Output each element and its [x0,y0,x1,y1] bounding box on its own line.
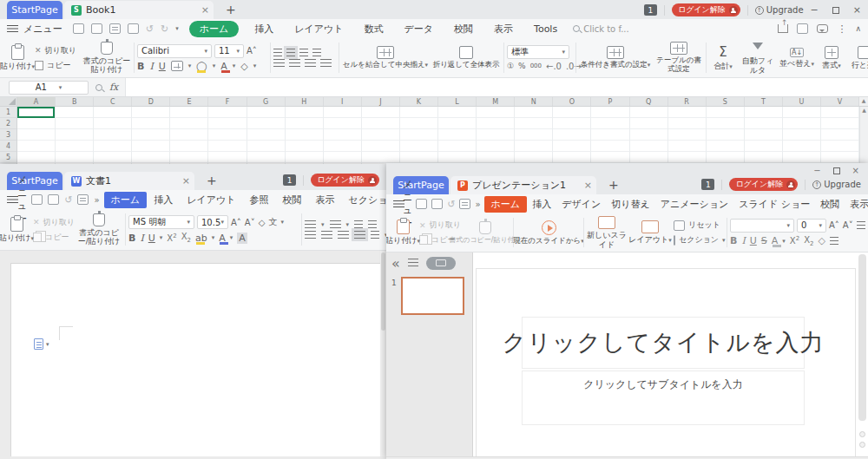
cut-button[interactable]: ✕切り取り [35,45,80,56]
ribbon-tab-section[interactable]: セクション [345,192,386,208]
number-list-icon[interactable] [330,220,341,228]
writer-scrollbar[interactable] [380,251,386,456]
column-header[interactable]: K [400,97,438,106]
tab-document1[interactable]: W 文書1 × [64,172,194,190]
wrap-text-button[interactable]: 折り返して全体表示 [431,41,501,75]
upgrade-button[interactable]: ↑ Upgrade [755,5,804,15]
page-tools-float[interactable]: ▾ [34,338,49,350]
column-header[interactable]: C [94,97,132,106]
justify-icon[interactable] [354,231,365,239]
font-color-button[interactable]: A [219,233,226,244]
column-header[interactable]: B [56,97,94,106]
share-icon[interactable] [778,24,788,33]
align-middle-icon[interactable] [286,49,295,56]
selected-cell-a1[interactable] [17,107,55,118]
insert-function-button[interactable]: fx [109,82,118,93]
close-tab-icon[interactable]: × [182,175,190,187]
column-header[interactable]: A [17,97,56,106]
merge-center-button[interactable]: セルを結合して中央揃え▾ [342,41,429,75]
bullet-list-icon[interactable] [305,220,316,228]
column-header[interactable]: I [324,97,362,106]
align-left-icon[interactable] [830,237,838,245]
command-search[interactable]: Click to f... [573,24,629,34]
column-header[interactable]: V [821,97,859,106]
save-icon[interactable] [431,199,443,209]
name-manager-icon[interactable] [95,84,102,91]
formula-input[interactable] [125,78,868,96]
tab-presentation1[interactable]: P プレゼンテーション1 × [450,176,596,194]
tab-startpage[interactable]: StartPage [393,176,449,194]
grow-font-icon[interactable]: A˄ [247,46,257,56]
font-size-select[interactable]: 0▾ [797,219,826,233]
column-header[interactable]: R [668,97,707,106]
ribbon-tab-home[interactable]: ホーム [104,192,148,208]
number-format-select[interactable]: 標準▾ [507,45,569,59]
copy-button[interactable]: コピー [33,232,73,243]
font-name-select[interactable]: Calibri▾ [137,44,212,58]
font-color-button[interactable]: A [220,61,227,72]
ribbon-tab-transitions[interactable]: 切り替え [609,196,652,213]
column-header[interactable]: E [170,97,208,106]
ribbon-tab-insert[interactable]: 挿入 [151,192,175,208]
column-header[interactable]: G [247,97,286,106]
minimize-button[interactable]: − [813,166,820,175]
align-left-icon[interactable] [273,59,285,67]
italic-button[interactable]: I [149,61,153,72]
percent-icon[interactable]: % [518,62,526,70]
restore-button[interactable] [833,167,840,174]
close-tab-icon[interactable]: × [201,4,209,16]
menu-icon[interactable] [393,200,404,208]
comment-icon[interactable] [817,24,828,33]
superscript-icon[interactable]: X2 [790,235,799,246]
ribbon-tab-layout[interactable]: レイアウト [184,192,238,208]
account-badge[interactable]: 1 [283,174,296,186]
document-page[interactable]: ▾ [10,263,385,456]
more-quick-icons[interactable]: » [94,195,99,205]
increase-indent-icon[interactable] [368,220,377,228]
next-slide-button[interactable] [859,442,865,448]
name-box[interactable]: A1▾ [9,81,89,95]
print-preview-icon[interactable] [128,23,139,34]
subscript-icon[interactable]: X2 [804,235,813,247]
underline-button[interactable]: U [750,235,757,246]
collapse-panel-icon[interactable]: « [391,255,400,272]
superscript-icon[interactable]: X2 [167,233,176,243]
line-spacing-icon[interactable] [371,231,379,239]
previous-slide-button[interactable] [859,431,865,437]
align-right-icon[interactable] [305,59,316,67]
close-window-button[interactable]: × [852,166,859,175]
slide-thumbnail-1[interactable] [401,277,464,315]
new-tab-button[interactable]: + [226,3,236,16]
column-header[interactable]: H [286,97,324,106]
slide-1[interactable]: クリックしてタイトルを入力 クリックしてサブタイトルを入力 [476,268,856,459]
column-header[interactable]: O [553,97,591,106]
ribbon-tab-view[interactable]: 表示 [489,21,518,37]
ribbon-tab-view[interactable]: 表示 [848,196,868,213]
cell-style-icon[interactable]: ◇ [240,61,247,72]
switch-window-icon[interactable] [797,23,808,34]
format-painter-button[interactable]: 書式のコピー貼り付け [82,41,131,75]
decrease-indent-icon[interactable] [312,49,321,56]
align-bottom-icon[interactable] [299,49,308,56]
column-header[interactable]: T [745,97,783,106]
undo-icon[interactable]: ↺ [146,23,154,35]
ribbon-tab-layout[interactable]: レイアウト [289,21,348,37]
open-icon[interactable] [416,199,427,209]
tab-startpage[interactable]: StartPage [7,172,62,190]
font-name-select[interactable]: MS 明朝▾ [128,215,194,229]
column-header[interactable]: N [515,97,553,106]
row-header[interactable]: 4 [0,141,16,152]
bold-button[interactable]: B [730,235,737,246]
column-header[interactable]: L [438,97,477,106]
save-icon[interactable] [91,23,102,34]
fill-color-button[interactable]: ◯ [196,61,207,72]
decrease-indent-icon[interactable] [354,220,363,228]
vertical-scrollbar[interactable]: ▲ [859,107,868,165]
row-header[interactable]: 5 [0,152,16,163]
rows-cols-button[interactable]: 行と列▾ [848,41,868,75]
title-placeholder[interactable]: クリックしてタイトルを入力 [522,317,805,369]
new-slide-button[interactable]: 新しいスライド [587,216,627,249]
align-left-icon[interactable] [305,231,316,239]
logout-button[interactable]: ログイン解除 [311,174,379,187]
currency-icon[interactable]: ① [507,62,514,70]
